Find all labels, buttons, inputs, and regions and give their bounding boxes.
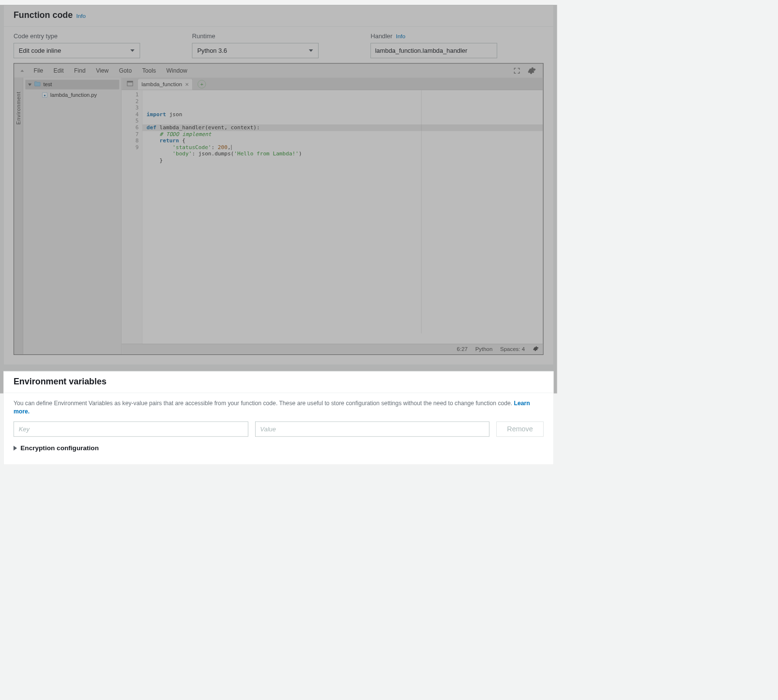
file-language[interactable]: Python bbox=[475, 346, 493, 352]
editor-statusbar: 6:27 Python Spaces: 4 bbox=[122, 344, 543, 354]
handler-input[interactable] bbox=[370, 43, 497, 59]
tab-label: lambda_function bbox=[141, 81, 182, 88]
gear-icon[interactable] bbox=[533, 345, 539, 353]
menu-file[interactable]: File bbox=[30, 65, 47, 76]
tree-file-label: lambda_function.py bbox=[50, 92, 97, 98]
menu-tools[interactable]: Tools bbox=[138, 65, 160, 76]
chevron-down-icon bbox=[308, 47, 313, 54]
editor-tab[interactable]: lambda_function ✕ bbox=[137, 79, 193, 90]
chevron-down-icon bbox=[130, 47, 135, 54]
folder-icon bbox=[34, 81, 41, 88]
ide-menubar: File Edit Find View Goto Tools Window bbox=[14, 64, 543, 78]
menu-goto[interactable]: Goto bbox=[115, 65, 136, 76]
encryption-label: Encryption configuration bbox=[20, 444, 99, 452]
tab-strip: lambda_function ✕ + bbox=[122, 77, 543, 90]
env-value-input[interactable] bbox=[255, 422, 489, 437]
handler-label: Handler bbox=[370, 33, 392, 40]
svg-rect-3 bbox=[127, 81, 133, 83]
environment-gutter[interactable]: Environment bbox=[14, 77, 23, 354]
remove-button[interactable]: Remove bbox=[496, 422, 543, 437]
line-gutter: 123456789 bbox=[122, 90, 142, 344]
ide-container: File Edit Find View Goto Tools Window En… bbox=[14, 63, 544, 355]
menu-find[interactable]: Find bbox=[70, 65, 90, 76]
tab-dock-icon[interactable] bbox=[125, 79, 135, 89]
handler-info-link[interactable]: Info bbox=[396, 33, 406, 40]
file-tree[interactable]: test ◆ lambda_function.py bbox=[23, 77, 122, 354]
indentation[interactable]: Spaces: 4 bbox=[500, 346, 525, 352]
menu-edit[interactable]: Edit bbox=[49, 65, 68, 76]
panel-header: Function code Info bbox=[4, 5, 553, 27]
add-tab-icon[interactable]: + bbox=[198, 80, 206, 88]
function-code-panel: Function code Info Code entry type Edit … bbox=[3, 5, 553, 365]
env-key-input[interactable] bbox=[14, 422, 248, 437]
cursor-position[interactable]: 6:27 bbox=[457, 346, 468, 352]
code-entry-value: Edit code inline bbox=[19, 47, 61, 54]
menu-view[interactable]: View bbox=[92, 65, 113, 76]
tree-folder-label: test bbox=[44, 81, 52, 88]
code-body[interactable]: import json def lambda_handler(event, co… bbox=[142, 90, 543, 344]
env-vars-title: Environment variables bbox=[14, 377, 107, 387]
encryption-expander[interactable]: Encryption configuration bbox=[14, 444, 544, 455]
code-entry-select[interactable]: Edit code inline bbox=[14, 43, 140, 59]
runtime-value: Python 3.6 bbox=[197, 47, 227, 54]
menu-window[interactable]: Window bbox=[162, 65, 191, 76]
gear-icon[interactable] bbox=[525, 65, 538, 76]
python-file-icon: ◆ bbox=[42, 92, 47, 97]
runtime-select[interactable]: Python 3.6 bbox=[192, 43, 319, 59]
code-editor[interactable]: 123456789 import json def lambda_handler… bbox=[122, 90, 543, 344]
env-vars-panel: Environment variables You can define Env… bbox=[3, 371, 553, 465]
collapse-icon[interactable] bbox=[19, 67, 25, 74]
info-link[interactable]: Info bbox=[76, 13, 86, 19]
panel-title: Function code bbox=[14, 10, 73, 20]
tree-file[interactable]: ◆ lambda_function.py bbox=[23, 90, 122, 100]
close-icon[interactable]: ✕ bbox=[185, 82, 189, 87]
runtime-label: Runtime bbox=[192, 33, 319, 40]
environment-gutter-label: Environment bbox=[15, 91, 21, 124]
fullscreen-icon[interactable] bbox=[511, 65, 522, 76]
svg-text:◆: ◆ bbox=[44, 93, 46, 97]
chevron-right-icon bbox=[14, 446, 17, 451]
disclosure-triangle-icon bbox=[28, 83, 31, 86]
code-entry-label: Code entry type bbox=[14, 33, 140, 40]
tree-folder-root[interactable]: test bbox=[25, 80, 119, 90]
env-vars-description: You can define Environment Variables as … bbox=[14, 399, 544, 416]
